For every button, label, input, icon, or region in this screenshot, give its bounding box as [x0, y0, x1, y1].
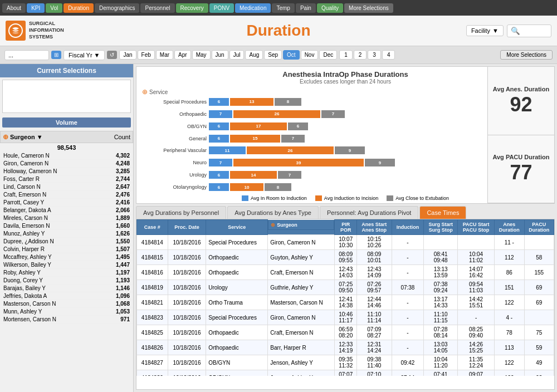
- more-selections-button[interactable]: More Selections: [500, 50, 553, 60]
- col-service[interactable]: Service: [206, 220, 268, 235]
- list-item[interactable]: Munn, Ashley Y1,053: [0, 308, 133, 316]
- nav-quality[interactable]: Quality: [317, 3, 343, 13]
- col-proc-date[interactable]: Proc. Date: [168, 220, 206, 235]
- month-may[interactable]: May: [192, 50, 211, 60]
- chart-label: Orthopaedic: [142, 111, 207, 117]
- list-item[interactable]: Mortensen, Carson N971: [0, 316, 133, 324]
- month-apr[interactable]: Apr: [174, 50, 191, 60]
- cell-case: 4184816: [137, 265, 168, 280]
- list-item[interactable]: Jeffries, Dakota A1,096: [0, 292, 133, 300]
- table-row[interactable]: 4184819 10/18/2016 Urology Guthrie, Ashl…: [137, 280, 554, 295]
- nav-demographics[interactable]: Demographics: [95, 3, 139, 13]
- cell-surg: 10:0411:20: [424, 355, 458, 370]
- col-surg-start-stop[interactable]: Surg StartSurg Stop: [424, 220, 458, 235]
- month-sep[interactable]: Sep: [264, 50, 282, 60]
- list-item[interactable]: Foss, Carter R2,744: [0, 175, 133, 183]
- month-nov[interactable]: Nov: [301, 50, 319, 60]
- tab-personnel-pivot[interactable]: Personnel: Avg Durations Pivot: [320, 206, 418, 219]
- table-row[interactable]: 4184816 10/18/2016 Orthopaedic Craft, Em…: [137, 265, 554, 280]
- table-row[interactable]: 4184821 10/18/2016 Ortho Trauma Masterso…: [137, 295, 554, 310]
- cell-case: 4184830: [137, 370, 168, 376]
- table-row[interactable]: 4184815 10/18/2016 Orthopaedic Guyton, A…: [137, 250, 554, 265]
- table-row[interactable]: 4184827 10/18/2016 OB/GYN Jenson, Ashley…: [137, 355, 554, 370]
- tab-case-times[interactable]: Case Times: [419, 206, 466, 219]
- list-item[interactable]: Belanger, Dakota A2,066: [0, 207, 133, 214]
- month-jul[interactable]: Jul: [229, 50, 245, 60]
- bar-gray: 7: [281, 135, 305, 143]
- list-item[interactable]: Dupree, ¿Addison N1,550: [0, 238, 133, 246]
- cell-pacu-dur: 155: [524, 265, 554, 280]
- cell-anes: 11:1011:14: [356, 310, 392, 325]
- quarter-buttons: 1 2 3 4: [339, 50, 395, 60]
- list-item[interactable]: Colvin, Harper R1,507: [0, 246, 133, 253]
- grid-icon[interactable]: ⊞: [51, 51, 61, 59]
- table-scroll[interactable]: Case # Proc. Date Service ⊕ Surgeon PIRP…: [136, 219, 554, 376]
- table-row[interactable]: 4184814 10/18/2016 Special Procedures Gi…: [137, 235, 554, 250]
- table-row[interactable]: 4184826 10/18/2016 Orthopaedic Barr, Har…: [137, 340, 554, 355]
- table-row[interactable]: 4184825 10/18/2016 Orthopaedic Craft, Em…: [137, 325, 554, 340]
- cell-service: Orthopaedic: [206, 250, 268, 265]
- nav-medication[interactable]: Medication: [235, 3, 271, 13]
- list-item[interactable]: Lind, Carson N2,647: [0, 183, 133, 191]
- refresh-icon[interactable]: ↺: [107, 51, 117, 59]
- nav-duration[interactable]: Duration: [63, 3, 94, 13]
- nav-personnel[interactable]: Personnel: [140, 3, 174, 13]
- month-aug[interactable]: Aug: [245, 50, 263, 60]
- list-item[interactable]: Giron, Cameron N4,248: [0, 160, 133, 168]
- col-surgeon[interactable]: ⊕ Surgeon: [268, 220, 334, 230]
- nav-recovery[interactable]: Recovery: [176, 3, 208, 13]
- list-item[interactable]: Munoz, Ashley Y1,626: [0, 230, 133, 238]
- table-row[interactable]: 4184830 10/18/2016 OB/GYN Jenson, Ashley…: [137, 370, 554, 376]
- list-item[interactable]: Duong, Corey Y1,193: [0, 277, 133, 285]
- list-item[interactable]: Barajas, Bailey Y1,146: [0, 285, 133, 292]
- col-anes-start-stop[interactable]: Anes StartAnes Stop: [356, 220, 392, 235]
- list-item[interactable]: Wilkerson, Bailey Y1,447: [0, 261, 133, 269]
- col-pacu-duration[interactable]: PACUDuration: [524, 220, 554, 235]
- cell-anes-dur: 11 -: [495, 235, 524, 250]
- bar-orange: 15: [230, 135, 280, 143]
- tab-avg-durations-anes-type[interactable]: Avg Durations by Anes Type: [227, 206, 319, 219]
- fiscal-year-dropdown[interactable]: Fiscal Yr ▼: [63, 50, 105, 60]
- col-pir-por[interactable]: PIRPOR: [335, 220, 357, 235]
- list-item[interactable]: Roby, Ashley Y1,197: [0, 269, 133, 277]
- quarter-2[interactable]: 2: [354, 50, 367, 60]
- list-item[interactable]: Parrott, Casey Y2,416: [0, 199, 133, 207]
- list-item[interactable]: Craft, Emerson N2,476: [0, 191, 133, 199]
- col-case-num[interactable]: Case #: [137, 220, 168, 235]
- list-item[interactable]: Houle, Cameron N4,302: [0, 152, 133, 160]
- cell-date: 10/18/2016: [168, 310, 206, 325]
- nav-about[interactable]: About: [2, 3, 26, 13]
- bar-gray: 8: [265, 183, 291, 191]
- tab-avg-durations-personnel[interactable]: Avg Durations by Personnel: [136, 206, 226, 219]
- nav-pain[interactable]: Pain: [296, 3, 316, 13]
- month-mar[interactable]: Mar: [156, 50, 173, 60]
- count-column-label: Count: [114, 134, 130, 140]
- month-oct[interactable]: Oct: [283, 50, 300, 60]
- facility-dropdown[interactable]: Facility ▼: [466, 25, 504, 36]
- cell-induction: -: [392, 235, 423, 250]
- nav-more-selections[interactable]: More Selections: [344, 3, 393, 13]
- list-item[interactable]: Masterson, Carson N1,068: [0, 300, 133, 308]
- list-item[interactable]: Davila, Emerson N1,660: [0, 222, 133, 230]
- nav-ponv[interactable]: PONV: [209, 3, 234, 13]
- list-item[interactable]: Holloway, Cameron N3,285: [0, 168, 133, 175]
- month-dec[interactable]: Dec: [319, 50, 337, 60]
- sort-icon[interactable]: ▼: [37, 134, 43, 140]
- list-item[interactable]: Mireles, Carson N1,889: [0, 214, 133, 222]
- table-row[interactable]: 4184823 10/18/2016 Special Procedures Gi…: [137, 310, 554, 325]
- month-jun[interactable]: Jun: [212, 50, 228, 60]
- quarter-1[interactable]: 1: [339, 50, 353, 60]
- filter-search-input[interactable]: [4, 50, 49, 60]
- nav-temp[interactable]: Temp: [272, 3, 294, 13]
- col-induction[interactable]: Induction: [392, 220, 423, 235]
- month-feb[interactable]: Feb: [138, 50, 155, 60]
- month-jan[interactable]: Jan: [119, 50, 136, 60]
- col-anes-duration[interactable]: AnesDuration: [495, 220, 524, 235]
- nav-vol[interactable]: Vol: [46, 3, 62, 13]
- col-pacu-start-stop[interactable]: PACU StartPACU Stop: [458, 220, 495, 235]
- quarter-4[interactable]: 4: [382, 50, 395, 60]
- quarter-3[interactable]: 3: [368, 50, 381, 60]
- list-item[interactable]: Mccaffrey, Ashley Y1,495: [0, 253, 133, 261]
- nav-kpi[interactable]: KPI: [27, 3, 45, 13]
- header-search-input[interactable]: [507, 24, 551, 37]
